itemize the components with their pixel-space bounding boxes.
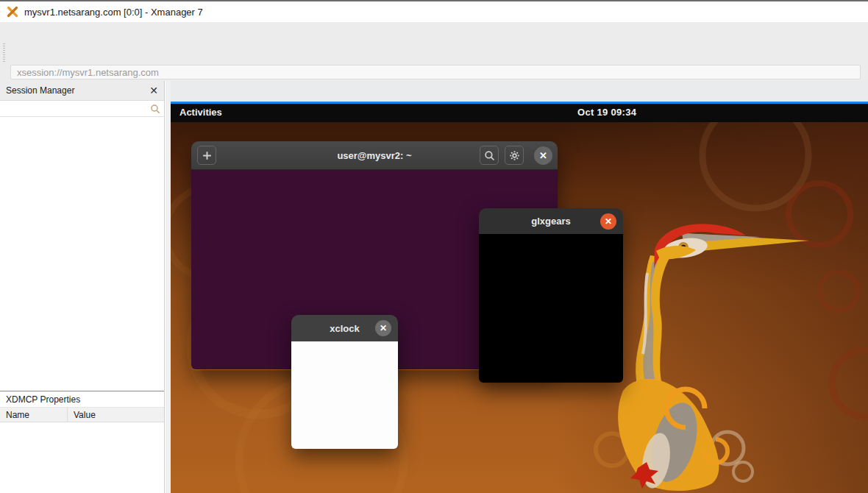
window-titlebar: mysvr1.netsarang.com [0:0] - Xmanager 7: [0, 1, 868, 22]
xclock-titlebar[interactable]: xclock ✕: [291, 315, 398, 341]
column-header-name: Name: [0, 408, 68, 422]
session-search-input[interactable]: [0, 101, 164, 116]
terminal-close-icon[interactable]: ✕: [534, 146, 552, 165]
terminal-title: user@mysvr2: ~: [337, 150, 411, 161]
glxgears-title: glxgears: [531, 216, 570, 227]
session-manager-title: Session Manager: [6, 85, 74, 96]
top-bar-clock[interactable]: Oct 19 09:34: [577, 107, 636, 118]
session-content-area: Activities Oct 19 09:34 user@mysvr2: ~ ✕: [171, 81, 868, 493]
glxgears-window[interactable]: glxgears ✕: [479, 208, 623, 383]
xmanager-logo-icon: [7, 6, 18, 18]
tab-bar: [171, 81, 868, 102]
glxgears-close-icon[interactable]: ✕: [600, 213, 616, 230]
terminal-menu-gear-icon[interactable]: [505, 146, 524, 165]
activities-button[interactable]: Activities: [179, 107, 222, 118]
xclock-title: xclock: [330, 323, 359, 334]
xclock-window[interactable]: xclock ✕: [291, 315, 398, 449]
address-row: [0, 63, 868, 81]
window-title: mysvr1.netsarang.com [0:0] - Xmanager 7: [24, 7, 203, 18]
session-search: [0, 101, 164, 117]
terminal-titlebar[interactable]: user@mysvr2: ~ ✕: [191, 141, 558, 170]
terminal-new-tab-button[interactable]: [197, 146, 216, 165]
xmanager-window: mysvr1.netsarang.com [0:0] - Xmanager 7 …: [0, 0, 868, 493]
properties-rows: [0, 422, 164, 493]
terminal-search-icon[interactable]: [480, 146, 499, 165]
xclock-face: [291, 341, 398, 449]
toolbar: [0, 42, 868, 63]
menubar: [0, 22, 868, 42]
properties-panel: XDMCP Properties Name Value: [0, 391, 164, 493]
properties-title: XDMCP Properties: [0, 391, 164, 408]
gnome-top-bar: Activities Oct 19 09:34: [171, 104, 868, 122]
search-icon: [150, 104, 160, 114]
glxgears-canvas: [479, 234, 623, 383]
address-input[interactable]: [10, 65, 861, 79]
panel-close-icon[interactable]: ✕: [149, 85, 158, 96]
xclock-close-icon[interactable]: ✕: [375, 320, 391, 336]
session-tree: [0, 117, 164, 391]
remote-desktop[interactable]: Activities Oct 19 09:34 user@mysvr2: ~ ✕: [171, 104, 868, 493]
panel-splitter[interactable]: [166, 81, 171, 493]
column-header-value: Value: [68, 410, 96, 420]
session-manager-panel: Session Manager ✕ XDMCP Properties Name …: [0, 81, 165, 493]
glxgears-titlebar[interactable]: glxgears ✕: [479, 208, 623, 234]
session-manager-header: Session Manager ✕: [0, 81, 164, 101]
properties-column-headers: Name Value: [0, 408, 164, 422]
